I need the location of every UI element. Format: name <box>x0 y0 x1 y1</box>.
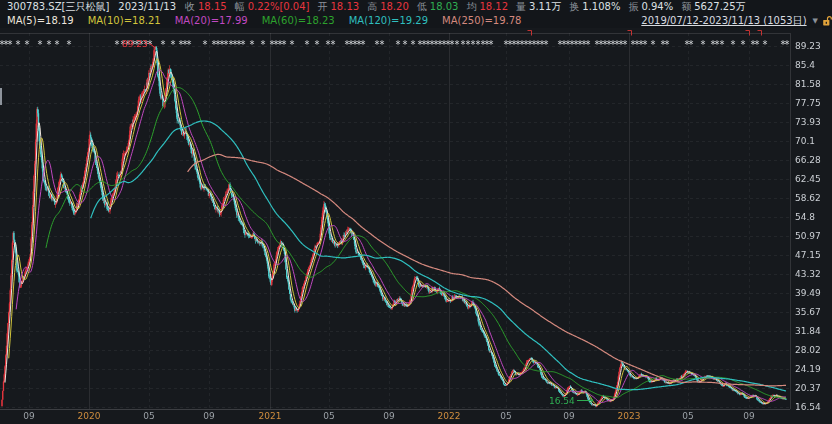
x-axis: 0920200509202105092022050920230509 <box>0 410 832 424</box>
x-axis-label-year: 2021 <box>259 410 282 423</box>
y-axis-label: 54.8 <box>795 212 831 222</box>
x-axis-label-year: 2023 <box>618 410 641 423</box>
y-axis-label: 89.23 <box>795 41 831 51</box>
y-axis-label: 85.4 <box>795 60 831 70</box>
x-axis-label-month: 09 <box>383 410 394 423</box>
x-axis-label-year: 2022 <box>438 410 461 423</box>
quote-field-value: 18.13 <box>330 0 359 14</box>
ma-legend-item: MA(250)=19.78 <box>442 14 521 28</box>
y-axis-label: 20.37 <box>795 383 831 393</box>
quote-field-label: 换 <box>569 0 579 14</box>
quote-field-value: 0.94% <box>641 0 673 14</box>
x-axis-label-month: 05 <box>500 410 511 423</box>
x-axis-label-year: 2020 <box>78 410 101 423</box>
ma-legend-row: MA(5)=18.19MA(10)=18.21MA(20)=17.99MA(60… <box>0 14 832 28</box>
date-range-label[interactable]: 2019/07/12-2023/11/13 (1053日) <box>641 14 806 28</box>
y-axis-label: 39.49 <box>795 288 831 298</box>
quote-date: 2023/11/13 <box>118 0 176 14</box>
y-axis-label: 28.02 <box>795 345 831 355</box>
y-axis-label: 81.58 <box>795 79 831 89</box>
quote-fields: 收18.15幅0.22%[0.04]开18.13高18.20低18.03均18.… <box>185 0 754 14</box>
quote-field-value: 18.15 <box>198 0 227 14</box>
ma-legend-item: MA(5)=18.19 <box>7 14 74 28</box>
y-axis-label: 70.1 <box>795 136 831 146</box>
y-axis-label: 77.75 <box>795 98 831 108</box>
x-axis-label-month: 09 <box>563 410 574 423</box>
kline-chart-canvas[interactable] <box>0 28 832 410</box>
x-axis-label-month: 05 <box>323 410 334 423</box>
quote-field-label: 幅 <box>235 0 245 14</box>
quote-field-label: 量 <box>516 0 526 14</box>
stock-symbol: 300783.SZ[三只松鼠] <box>7 0 109 14</box>
y-axis-label: 47.15 <box>795 250 831 260</box>
y-axis-label: 73.93 <box>795 117 831 127</box>
x-axis-label-month: 09 <box>203 410 214 423</box>
quote-field-label: 额 <box>681 0 691 14</box>
kline-app: { "header": { "symbol": "300783.SZ[三只松鼠]… <box>0 0 832 424</box>
x-axis-label-month: 05 <box>143 410 154 423</box>
x-axis-label-month: 09 <box>743 410 754 423</box>
y-axis-label: 24.19 <box>795 364 831 374</box>
quote-info-row: 300783.SZ[三只松鼠] 2023/11/13 收18.15幅0.22%[… <box>0 0 832 14</box>
y-axis-label: 50.97 <box>795 231 831 241</box>
quote-field-value: 3.11万 <box>529 0 561 14</box>
y-axis-label: 35.67 <box>795 307 831 317</box>
quote-field-label: 低 <box>417 0 427 14</box>
quote-field-value: 18.03 <box>430 0 459 14</box>
left-scroll-handle[interactable] <box>0 88 2 105</box>
y-axis-label: 58.62 <box>795 193 831 203</box>
ma-legend-item: MA(20)=17.99 <box>175 14 248 28</box>
kline-chart: 89.2385.481.5877.7573.9370.166.2862.4558… <box>0 28 832 410</box>
quote-field-label: 收 <box>185 0 195 14</box>
ma-legend-item: MA(60)=18.23 <box>262 14 335 28</box>
quote-field-value: 0.22%[0.04] <box>248 0 310 14</box>
quote-header: 300783.SZ[三只松鼠] 2023/11/13 收18.15幅0.22%[… <box>0 0 832 28</box>
x-axis-label-month: 05 <box>682 410 693 423</box>
y-axis-label: 62.45 <box>795 174 831 184</box>
chevron-down-icon[interactable]: ▼ <box>813 14 818 28</box>
y-axis-label: 66.28 <box>795 155 831 165</box>
y-axis-label: 31.84 <box>795 326 831 336</box>
quote-field-label: 振 <box>628 0 638 14</box>
unlock-icon[interactable] <box>822 16 832 27</box>
x-axis-label-month: 09 <box>23 410 34 423</box>
ma-legend-item: MA(10)=18.21 <box>88 14 161 28</box>
quote-field-value: 18.20 <box>380 0 409 14</box>
quote-field-value: 1.108% <box>582 0 620 14</box>
quote-field-label: 均 <box>466 0 476 14</box>
date-range-selector[interactable]: 2019/07/12-2023/11/13 (1053日) ▼ <box>641 14 832 28</box>
y-axis-label: 43.32 <box>795 269 831 279</box>
quote-field-value: 5627.25万 <box>694 0 745 14</box>
ma-legend-item: MA(120)=19.29 <box>349 14 428 28</box>
quote-field-label: 开 <box>317 0 327 14</box>
ma-legend: MA(5)=18.19MA(10)=18.21MA(20)=17.99MA(60… <box>7 14 535 28</box>
quote-field-value: 18.12 <box>479 0 508 14</box>
quote-field-label: 高 <box>367 0 377 14</box>
